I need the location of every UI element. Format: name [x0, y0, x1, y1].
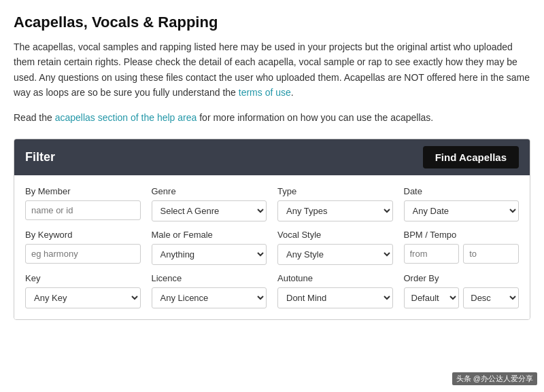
order-by-select[interactable]: Default Date BPM Key Rating: [404, 287, 460, 308]
key-select[interactable]: Any Key A A# B C C# D D# E F F# G G#: [25, 287, 141, 308]
filter-header: Filter Find Acapellas: [14, 139, 530, 175]
bpm-from-input[interactable]: [404, 244, 460, 264]
type-group: Type Any Types Acapella Vocal Sample Rap…: [277, 186, 393, 221]
by-keyword-input[interactable]: [25, 244, 141, 264]
filter-grid: By Member Genre Select A Genre Hip Hop P…: [25, 186, 519, 308]
description-paragraph: The acapellas, vocal samples and rapping…: [14, 39, 530, 101]
order-direction-select[interactable]: Desc Asc: [463, 287, 519, 308]
by-member-group: By Member: [25, 186, 141, 221]
vocal-style-select[interactable]: Any Style Rap Singing Spoken Word Beatbo…: [277, 244, 393, 265]
key-label: Key: [25, 273, 141, 283]
filter-header-title: Filter: [25, 150, 55, 164]
vocal-style-label: Vocal Style: [277, 230, 393, 240]
page-title: Acapellas, Vocals & Rapping: [14, 14, 530, 31]
by-member-input[interactable]: [25, 200, 141, 220]
genre-label: Genre: [152, 186, 267, 196]
find-acapellas-button[interactable]: Find Acapellas: [423, 146, 519, 168]
male-female-label: Male or Female: [152, 230, 267, 240]
by-keyword-label: By Keyword: [25, 230, 141, 240]
date-label: Date: [404, 186, 520, 196]
autotune-select[interactable]: Dont Mind Yes No: [277, 287, 393, 308]
bpm-group: BPM / Tempo: [404, 230, 520, 265]
acapellas-help-link[interactable]: acapellas section of the help area: [55, 112, 199, 123]
filter-section: Filter Find Acapellas By Member Genre Se…: [14, 139, 530, 320]
order-by-group: Order By Default Date BPM Key Rating Des…: [404, 273, 520, 308]
by-member-label: By Member: [25, 186, 141, 196]
type-select[interactable]: Any Types Acapella Vocal Sample Rapping: [277, 200, 393, 221]
autotune-group: Autotune Dont Mind Yes No: [277, 273, 393, 308]
date-select[interactable]: Any Date Today This Week This Month This…: [404, 200, 520, 221]
bpm-label: BPM / Tempo: [404, 230, 520, 240]
licence-group: Licence Any Licence Creative Commons Per…: [152, 273, 267, 308]
genre-group: Genre Select A Genre Hip Hop Pop Rock El…: [152, 186, 267, 221]
licence-select[interactable]: Any Licence Creative Commons Personal Us…: [152, 287, 267, 308]
bpm-to-input[interactable]: [463, 244, 519, 264]
order-by-row: Default Date BPM Key Rating Desc Asc: [404, 287, 520, 308]
genre-select[interactable]: Select A Genre Hip Hop Pop Rock Electron…: [152, 200, 267, 221]
by-keyword-group: By Keyword: [25, 230, 141, 265]
type-label: Type: [277, 186, 393, 196]
key-group: Key Any Key A A# B C C# D D# E F F# G G#: [25, 273, 141, 308]
read-more-paragraph: Read the acapellas section of the help a…: [14, 110, 530, 125]
bpm-row: [404, 244, 520, 264]
vocal-style-group: Vocal Style Any Style Rap Singing Spoken…: [277, 230, 393, 265]
licence-label: Licence: [152, 273, 267, 283]
order-by-label: Order By: [404, 273, 520, 283]
male-female-group: Male or Female Anything Male Female: [152, 230, 267, 265]
male-female-select[interactable]: Anything Male Female: [152, 244, 267, 265]
date-group: Date Any Date Today This Week This Month…: [404, 186, 520, 221]
autotune-label: Autotune: [277, 273, 393, 283]
filter-body: By Member Genre Select A Genre Hip Hop P…: [14, 175, 530, 319]
terms-of-use-link[interactable]: terms of use: [239, 87, 291, 98]
